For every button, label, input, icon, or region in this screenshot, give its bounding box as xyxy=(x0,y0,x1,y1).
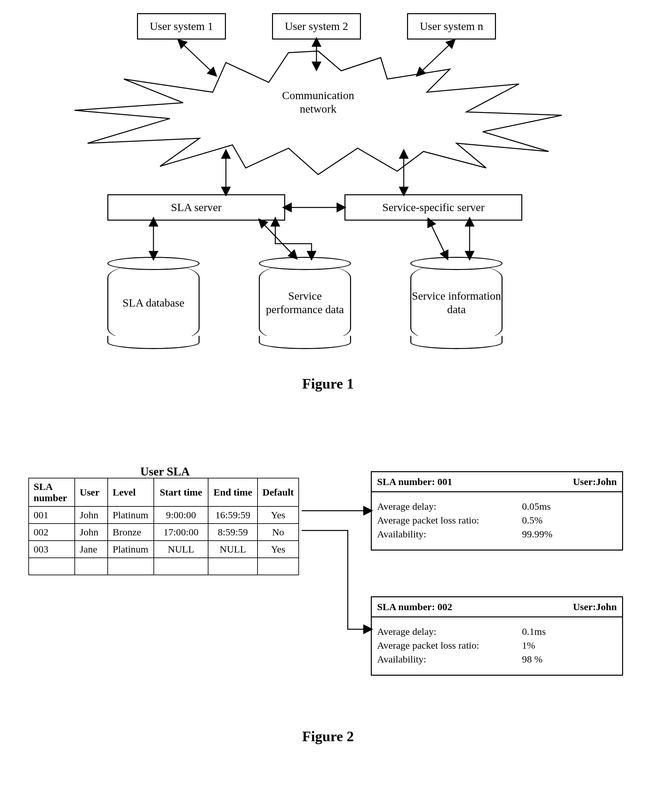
detail-header-right: User:John xyxy=(573,476,617,487)
col-user: User xyxy=(75,478,108,506)
col-sla-number: SLA number xyxy=(29,478,75,506)
svg-line-8 xyxy=(262,223,295,257)
user-system-n-box: User system n xyxy=(407,13,496,40)
sla-database-cylinder: SLA database xyxy=(107,263,200,342)
label: User system 1 xyxy=(150,20,214,33)
value: 0.5% xyxy=(522,515,543,526)
network-label: Communication network xyxy=(265,89,371,116)
label: Service information data xyxy=(410,289,503,316)
col-start: Start time xyxy=(154,478,208,506)
figure1-caption: Figure 1 xyxy=(15,375,641,392)
label: Average packet loss ratio: xyxy=(377,515,522,526)
sla-detail-001: SLA number: 001 User:John Average delay:… xyxy=(371,471,623,551)
sla-detail-002: SLA number: 002 User:John Average delay:… xyxy=(371,596,623,676)
label: Availability: xyxy=(377,654,522,665)
col-end: End time xyxy=(208,478,258,506)
figure-1: User system 1 User system 2 User system … xyxy=(15,13,641,362)
table-row: 002 John Bronze 17:00:00 8:59:59 No xyxy=(29,524,299,541)
label: SLA database xyxy=(107,296,200,310)
service-performance-cylinder: Service performance data xyxy=(259,263,351,342)
table-row: 003 Jane Platinum NULL NULL Yes xyxy=(29,541,299,558)
value: 0.05ms xyxy=(522,501,551,512)
figure2-caption: Figure 2 xyxy=(15,728,641,745)
user-sla-table: SLA number User Level Start time End tim… xyxy=(28,478,299,575)
label: User system 2 xyxy=(285,20,348,33)
value: 98 % xyxy=(522,654,543,665)
col-level: Level xyxy=(108,478,154,506)
user-sla-title: User SLA xyxy=(140,465,190,478)
svg-line-3 xyxy=(419,43,452,74)
sla-server-box: SLA server xyxy=(107,194,285,221)
label: Service-specific server xyxy=(382,201,485,214)
label: Availability: xyxy=(377,529,522,540)
label: Average delay: xyxy=(377,501,522,512)
user-system-1-box: User system 1 xyxy=(137,13,226,40)
detail-header-right: User:John xyxy=(573,601,617,612)
service-server-box: Service-specific server xyxy=(345,194,522,221)
label: Average delay: xyxy=(377,626,522,637)
detail-header-left: SLA number: 001 xyxy=(377,476,452,487)
label: Average packet loss ratio: xyxy=(377,640,522,651)
table-row-empty xyxy=(29,558,299,575)
value: 1% xyxy=(522,640,535,651)
label: SLA server xyxy=(171,201,222,214)
user-system-2-box: User system 2 xyxy=(272,13,361,40)
svg-line-1 xyxy=(181,43,214,74)
table-row: 001 John Platinum 9:00:00 16:59:59 Yes xyxy=(29,506,299,524)
value: 0.1ms xyxy=(522,626,546,637)
col-default: Default xyxy=(258,478,299,506)
value: 99.99% xyxy=(522,529,552,540)
service-information-cylinder: Service information data xyxy=(410,263,503,342)
figure-2: User SLA SLA number User Level Start tim… xyxy=(15,465,641,754)
detail-header-left: SLA number: 002 xyxy=(377,601,452,612)
label: User system n xyxy=(420,20,483,33)
label: Service performance data xyxy=(259,289,351,316)
svg-line-9 xyxy=(430,223,447,257)
table-header-row: SLA number User Level Start time End tim… xyxy=(29,478,299,506)
